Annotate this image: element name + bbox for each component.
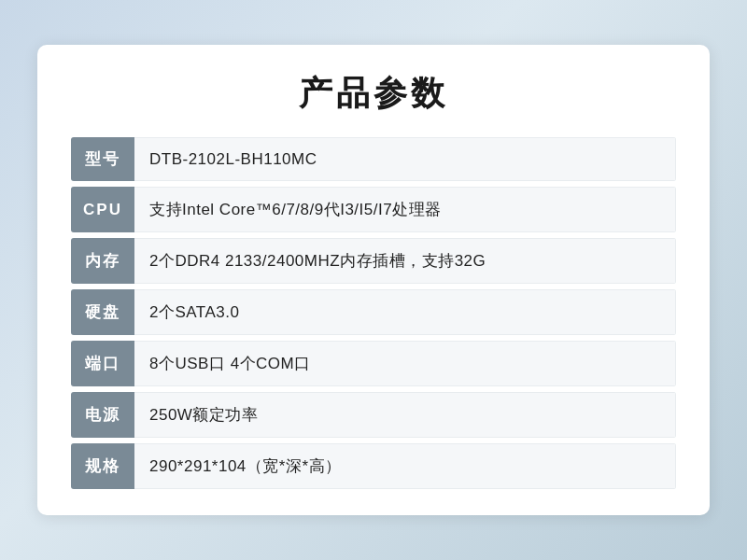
spec-value: DTB-2102L-BH110MC: [134, 137, 676, 181]
spec-label: 规格: [71, 443, 134, 489]
spec-label: CPU: [71, 187, 134, 232]
spec-row: 电源250W额定功率: [71, 392, 676, 438]
spec-value: 8个USB口 4个COM口: [134, 341, 676, 386]
spec-label: 内存: [71, 238, 134, 284]
spec-value: 2个DDR4 2133/2400MHZ内存插槽，支持32G: [134, 238, 676, 284]
page-title: 产品参数: [71, 71, 676, 117]
spec-row: 内存2个DDR4 2133/2400MHZ内存插槽，支持32G: [71, 238, 676, 284]
spec-table: 型号DTB-2102L-BH110MCCPU支持Intel Core™6/7/8…: [71, 137, 676, 489]
spec-row: 硬盘2个SATA3.0: [71, 289, 676, 335]
spec-label: 电源: [71, 392, 134, 438]
spec-row: 规格290*291*104（宽*深*高）: [71, 443, 676, 489]
spec-label: 硬盘: [71, 289, 134, 335]
spec-label: 型号: [71, 137, 134, 181]
spec-row: CPU支持Intel Core™6/7/8/9代I3/I5/I7处理器: [71, 187, 676, 232]
spec-row: 型号DTB-2102L-BH110MC: [71, 137, 676, 181]
spec-value: 290*291*104（宽*深*高）: [134, 443, 676, 489]
product-spec-card: 产品参数 型号DTB-2102L-BH110MCCPU支持Intel Core™…: [37, 45, 710, 515]
spec-value: 250W额定功率: [134, 392, 676, 438]
spec-value: 支持Intel Core™6/7/8/9代I3/I5/I7处理器: [134, 187, 676, 232]
spec-label: 端口: [71, 341, 134, 386]
spec-row: 端口8个USB口 4个COM口: [71, 341, 676, 386]
spec-value: 2个SATA3.0: [134, 289, 676, 335]
